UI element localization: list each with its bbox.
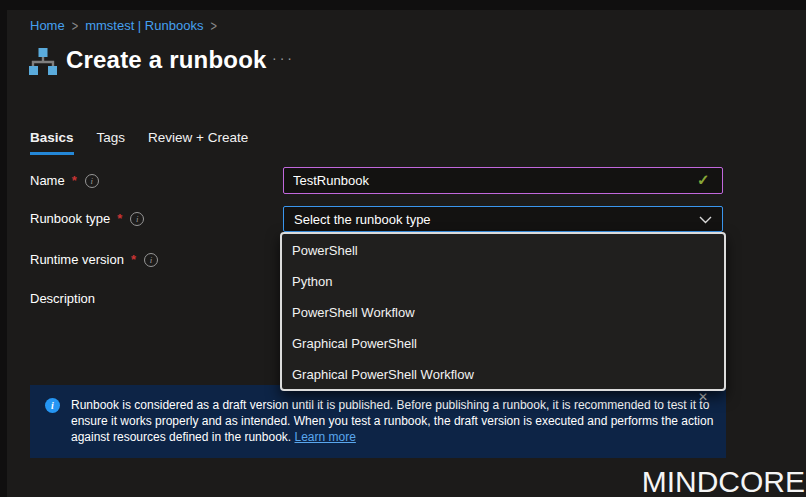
required-marker: *: [131, 252, 136, 267]
runbook-type-select[interactable]: Select the runbook type: [283, 206, 723, 232]
breadcrumb-separator-icon: >: [72, 18, 78, 34]
window-edge-left: [0, 0, 7, 497]
description-label: Description: [30, 291, 95, 306]
runbook-type-label: Runbook type* i: [30, 211, 144, 226]
page-title: Create a runbook: [66, 46, 267, 74]
window-edge-top: [0, 0, 806, 10]
option-powershell[interactable]: PowerShell: [282, 235, 724, 266]
option-python[interactable]: Python: [282, 266, 724, 297]
chevron-down-icon: [699, 212, 712, 227]
info-icon[interactable]: i: [144, 253, 158, 267]
required-marker: *: [72, 173, 77, 188]
close-icon[interactable]: ✕: [698, 390, 708, 404]
runbook-type-dropdown: PowerShell Python PowerShell Workflow Gr…: [280, 232, 726, 391]
tab-review-create[interactable]: Review + Create: [148, 130, 248, 155]
breadcrumb-separator-icon: >: [210, 18, 216, 34]
tab-basics[interactable]: Basics: [30, 130, 74, 155]
create-runbook-screen: Home > mmstest | Runbooks > Create a run…: [0, 0, 806, 497]
breadcrumb-link-runbooks[interactable]: mmstest | Runbooks: [85, 18, 203, 33]
name-input[interactable]: [283, 167, 723, 194]
breadcrumb: Home > mmstest | Runbooks >: [30, 18, 217, 33]
info-banner-text: Runbook is considered as a draft version…: [71, 397, 719, 445]
select-placeholder: Select the runbook type: [294, 212, 431, 227]
runbook-hierarchy-icon: [28, 46, 58, 80]
more-options-icon[interactable]: ···: [272, 50, 295, 66]
option-graphical-powershell-workflow[interactable]: Graphical PowerShell Workflow: [282, 359, 724, 390]
runtime-version-label: Runtime version* i: [30, 252, 158, 267]
mindcore-watermark: MINDCORE: [642, 465, 805, 497]
info-icon[interactable]: i: [130, 212, 144, 226]
info-banner-icon: i: [45, 398, 60, 413]
required-marker: *: [117, 211, 122, 226]
info-icon[interactable]: i: [85, 174, 99, 188]
name-label: Name* i: [30, 173, 99, 188]
tab-bar: Basics Tags Review + Create: [30, 130, 248, 155]
learn-more-link[interactable]: Learn more: [295, 430, 356, 444]
breadcrumb-link-home[interactable]: Home: [30, 18, 65, 33]
option-powershell-workflow[interactable]: PowerShell Workflow: [282, 297, 724, 328]
option-graphical-powershell[interactable]: Graphical PowerShell: [282, 328, 724, 359]
tab-tags[interactable]: Tags: [97, 130, 126, 155]
info-banner: i Runbook is considered as a draft versi…: [30, 385, 726, 458]
